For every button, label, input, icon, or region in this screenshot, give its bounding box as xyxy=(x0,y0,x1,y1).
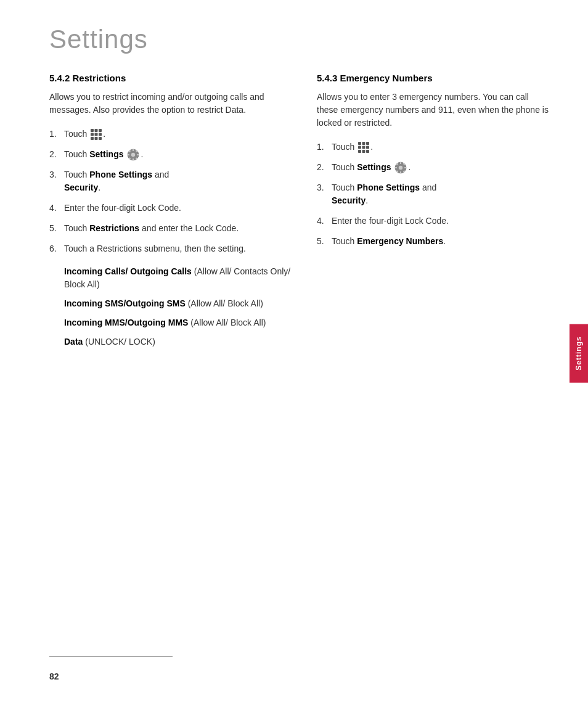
step-item: 3. Touch Phone Settings andSecurity. xyxy=(317,181,551,207)
apps-icon xyxy=(91,129,102,140)
svg-rect-32 xyxy=(133,158,134,160)
svg-rect-39 xyxy=(358,142,361,145)
section-542-description: Allows you to restrict incoming and/or o… xyxy=(49,91,292,117)
step-item: 6. Touch a Restrictions submenu, then th… xyxy=(49,242,292,255)
settings-icon xyxy=(127,149,139,161)
step-number: 5. xyxy=(49,222,60,235)
step-item: 2. Touch Settings . xyxy=(317,161,551,174)
step-item: 5. Touch Emergency Numbers. xyxy=(317,235,551,248)
step-number: 1. xyxy=(317,141,328,154)
page-number: 82 xyxy=(49,671,59,681)
step-content: Touch Settings . xyxy=(64,148,292,161)
step-number: 4. xyxy=(49,202,60,215)
svg-point-49 xyxy=(399,166,402,170)
step-number: 6. xyxy=(49,242,60,255)
submenu-section: Incoming Calls/ Outgoing Calls (Allow Al… xyxy=(64,265,292,348)
step-item: 4. Enter the four-digit Lock Code. xyxy=(49,202,292,215)
step-item: 5. Touch Restrictions and enter the Lock… xyxy=(49,222,292,235)
steps-list-right: 1. Touch . xyxy=(317,141,551,248)
step-number: 4. xyxy=(317,215,328,228)
right-column: 5.4.3 Emergency Numbers Allows you to en… xyxy=(317,73,551,355)
step-number: 5. xyxy=(317,235,328,248)
svg-rect-33 xyxy=(128,154,129,155)
step-content: Touch Restrictions and enter the Lock Co… xyxy=(64,222,292,235)
step-content: Touch a Restrictions submenu, then the s… xyxy=(64,242,292,255)
svg-rect-53 xyxy=(404,167,406,168)
svg-rect-44 xyxy=(366,146,369,149)
step-item: 1. Touch . xyxy=(49,128,292,141)
step-content: Touch . xyxy=(64,128,292,141)
step-content: Enter the four-digit Lock Code. xyxy=(64,202,292,215)
submenu-item: Data (UNLOCK/ LOCK) xyxy=(64,335,292,348)
step-item: 4. Enter the four-digit Lock Code. xyxy=(317,215,551,228)
svg-rect-50 xyxy=(400,162,401,164)
step-item: 2. Touch Settings . xyxy=(49,148,292,161)
step-number: 2. xyxy=(49,148,60,161)
section-543-title: 5.4.3 Emergency Numbers xyxy=(317,73,551,83)
step-item: 3. Touch Phone Settings andSecurity. xyxy=(49,168,292,194)
svg-rect-42 xyxy=(358,146,361,149)
section-543-description: Allows you to enter 3 emergency numbers.… xyxy=(317,91,551,129)
side-tab: Settings xyxy=(570,324,588,382)
submenu-item: Incoming SMS/Outgoing SMS (Allow All/ Bl… xyxy=(64,297,292,310)
step-content: Touch . xyxy=(332,141,551,154)
step-content: Touch Settings . xyxy=(332,161,551,174)
svg-rect-41 xyxy=(366,142,369,145)
step-number: 3. xyxy=(49,168,60,181)
apps-icon xyxy=(358,142,369,153)
settings-icon xyxy=(394,162,407,174)
page-title: Settings xyxy=(0,0,588,73)
svg-rect-28 xyxy=(99,137,102,140)
step-number: 1. xyxy=(49,128,60,141)
svg-rect-45 xyxy=(358,150,361,153)
left-column: 5.4.2 Restrictions Allows you to restric… xyxy=(49,73,292,355)
svg-rect-20 xyxy=(91,129,94,132)
svg-rect-26 xyxy=(91,137,94,140)
svg-rect-52 xyxy=(395,167,397,168)
svg-rect-46 xyxy=(362,150,365,153)
step-content: Touch Phone Settings andSecurity. xyxy=(332,181,551,207)
svg-rect-25 xyxy=(99,133,102,136)
section-542-title: 5.4.2 Restrictions xyxy=(49,73,292,83)
submenu-item: Incoming Calls/ Outgoing Calls (Allow Al… xyxy=(64,265,292,291)
step-content: Enter the four-digit Lock Code. xyxy=(332,215,551,228)
svg-rect-23 xyxy=(91,133,94,136)
steps-list-left: 1. Touch . xyxy=(49,128,292,255)
svg-rect-43 xyxy=(362,146,365,149)
svg-rect-24 xyxy=(95,133,98,136)
svg-point-30 xyxy=(131,153,135,157)
svg-rect-22 xyxy=(99,129,102,132)
step-content: Touch Emergency Numbers. xyxy=(332,235,551,248)
svg-rect-31 xyxy=(133,149,134,151)
svg-rect-21 xyxy=(95,129,98,132)
svg-rect-40 xyxy=(362,142,365,145)
submenu-item: Incoming MMS/Outgoing MMS (Allow All/ Bl… xyxy=(64,316,292,329)
svg-rect-34 xyxy=(137,154,139,155)
step-number: 2. xyxy=(317,161,328,174)
step-number: 3. xyxy=(317,181,328,194)
step-content: Touch Phone Settings andSecurity. xyxy=(64,168,292,194)
svg-rect-27 xyxy=(95,137,98,140)
svg-rect-47 xyxy=(366,150,369,153)
step-item: 1. Touch . xyxy=(317,141,551,154)
svg-rect-51 xyxy=(400,171,401,173)
